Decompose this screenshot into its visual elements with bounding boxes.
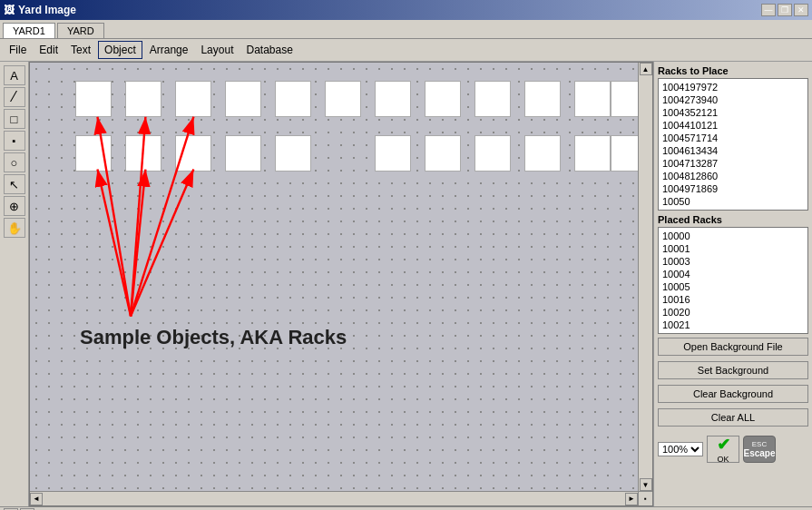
ok-check-icon: ✔ [717,435,730,455]
window-icon: 🖼 [4,4,15,16]
window-title: Yard Image [18,4,76,16]
scroll-right-button[interactable]: ► [625,493,638,505]
scroll-down-button[interactable]: ▼ [640,478,652,491]
clear-background-button[interactable]: Clear Background [658,385,808,403]
menu-text[interactable]: Text [65,42,96,58]
select-tool-button[interactable]: ⊕ [4,196,25,216]
esc-top-label: ESC [752,440,767,448]
menu-file[interactable]: File [4,42,32,58]
rack-obj-r2c1[interactable] [75,135,112,172]
filled-rect-tool-button[interactable]: ▪ [4,131,25,151]
rack-to-place-6[interactable]: 1004713287 [660,157,806,170]
placed-racks-list[interactable]: 10000 10001 10003 10004 10005 10016 1002… [658,227,808,334]
rack-obj-r2c10[interactable] [574,135,611,172]
rack-obj-r2c8[interactable] [474,135,511,172]
rectangle-tool-button[interactable]: □ [4,109,25,129]
rack-obj-r1c3[interactable] [175,81,211,117]
rack-obj-r2c5[interactable] [275,135,311,172]
rack-to-place-5[interactable]: 1004613434 [660,144,806,157]
minimize-button[interactable]: — [761,4,776,16]
rack-obj-r1c4[interactable] [225,81,261,117]
tab-bar: YARD1 YARD [0,20,812,39]
placed-racks-section: Placed Racks 10000 10001 10003 10004 100… [658,214,808,334]
tab-yard[interactable]: YARD [57,23,104,38]
title-bar: 🖼 Yard Image — ❐ ✕ [0,0,812,20]
rack-obj-r1c8[interactable] [425,81,461,117]
horizontal-scrollbar[interactable]: ◄ ► [30,491,638,505]
line-tool-button[interactable]: ∕ [4,87,25,107]
rack-obj-r1c2[interactable] [125,81,161,117]
placed-rack-5[interactable]: 10016 [660,293,806,306]
tab-yard1[interactable]: YARD1 [3,23,55,38]
rack-obj-r2c9[interactable] [524,135,561,172]
placed-rack-1[interactable]: 10001 [660,242,806,255]
ok-button[interactable]: ✔ OK [707,436,739,463]
rack-obj-r1c10[interactable] [524,81,561,117]
placed-rack-7[interactable]: 10021 [660,319,806,331]
placed-rack-4[interactable]: 10005 [660,280,806,293]
placed-rack-0[interactable]: 10000 [660,230,806,242]
vertical-scrollbar[interactable]: ▲ ▼ [638,63,652,491]
rack-obj-r2c6[interactable] [375,135,411,172]
canvas-grid: Sample Objects, AKA Racks [30,63,638,491]
menu-layout[interactable]: Layout [195,42,239,58]
restore-button[interactable]: ❐ [778,4,792,16]
placed-rack-2[interactable]: 10003 [660,255,806,268]
main-layout: A ∕ □ ▪ ○ ↖ ⊕ ✋ [0,62,812,506]
rack-to-place-8[interactable]: 1004971869 [660,182,806,195]
right-panel: Racks to Place 1004197972 1004273940 100… [653,62,812,506]
menu-edit[interactable]: Edit [34,42,64,58]
rack-to-place-4[interactable]: 1004571714 [660,132,806,144]
racks-to-place-section: Racks to Place 1004197972 1004273940 100… [658,65,808,211]
svg-line-4 [131,170,145,317]
rack-obj-r1c1[interactable] [75,81,112,117]
hand-tool-button[interactable]: ✋ [4,218,25,238]
rack-obj-r2c7[interactable] [425,135,461,172]
rack-obj-r1c11[interactable] [574,81,611,117]
title-bar-buttons: — ❐ ✕ [761,4,808,16]
rack-obj-r2c4[interactable] [225,135,261,172]
bottom-controls: 100% 50% 75% 125% 150% 200% ✔ OK ESC Esc… [658,436,808,463]
scroll-corner: ▪ [638,491,652,505]
rack-obj-r1c5[interactable] [275,81,311,117]
racks-to-place-label: Racks to Place [658,65,808,76]
placed-rack-3[interactable]: 10004 [660,268,806,280]
esc-main-label: Escape [743,448,775,458]
close-button[interactable]: ✕ [794,4,808,16]
rack-obj-r1c6[interactable] [325,81,361,117]
menu-bar: File Edit Text Object Arrange Layout Dat… [0,39,812,62]
placed-racks-label: Placed Racks [658,214,808,225]
rack-obj-r2c3[interactable] [175,135,211,172]
rack-to-place-2[interactable]: 1004352121 [660,106,806,119]
scroll-up-button[interactable]: ▲ [640,63,652,75]
rack-obj-r1c9[interactable] [474,81,511,117]
rack-to-place-1[interactable]: 1004273940 [660,93,806,106]
arrow-tool-button[interactable]: ↖ [4,174,25,194]
menu-object[interactable]: Object [98,41,142,59]
rack-to-place-7[interactable]: 1004812860 [660,170,806,182]
ellipse-tool-button[interactable]: ○ [4,152,25,172]
rack-to-place-9[interactable]: 10050 [660,195,806,208]
zoom-select[interactable]: 100% 50% 75% 125% 150% 200% [658,442,703,456]
escape-button[interactable]: ESC Escape [743,436,776,463]
clear-all-button[interactable]: Clear ALL [658,408,808,427]
text-tool-button[interactable]: A [4,65,25,85]
rack-obj-r1c7[interactable] [375,81,411,117]
svg-line-6 [131,170,193,317]
scroll-left-button[interactable]: ◄ [30,493,43,505]
menu-database[interactable]: Database [240,42,298,58]
placed-rack-6[interactable]: 10020 [660,306,806,319]
rack-to-place-0[interactable]: 1004197972 [660,81,806,93]
status-bar: ◄ ► 100 [0,506,812,510]
menu-arrange[interactable]: Arrange [144,42,194,58]
open-background-button[interactable]: Open Background File [658,338,808,356]
canvas-area[interactable]: Sample Objects, AKA Racks [29,62,653,506]
set-background-button[interactable]: Set Background [658,361,808,379]
rack-obj-r2c2[interactable] [125,135,161,172]
racks-to-place-list[interactable]: 1004197972 1004273940 1004352121 1004410… [658,78,808,211]
annotation-text: Sample Objects, AKA Racks [80,326,347,349]
left-toolbar: A ∕ □ ▪ ○ ↖ ⊕ ✋ [0,62,29,506]
rack-to-place-3[interactable]: 1004410121 [660,119,806,132]
ok-label: OK [717,455,729,464]
arrows-svg [30,63,638,491]
